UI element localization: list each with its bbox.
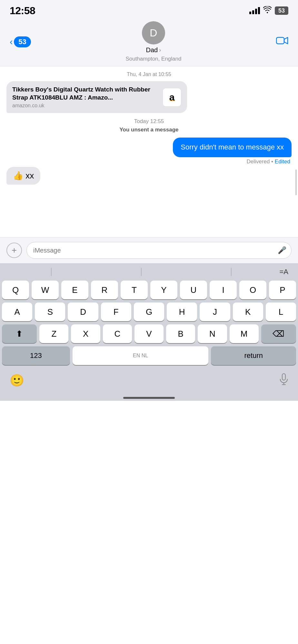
kb-row-4: 123 EN NL return bbox=[2, 346, 296, 365]
keyboard-rows: Q W E R T Y U I O P A S D F G H J K L ⬆ … bbox=[0, 279, 298, 369]
keyboard-format-button[interactable]: =A bbox=[276, 266, 292, 277]
received-thumbs-message: 👍 xx bbox=[6, 167, 292, 185]
nav-bar: ‹ 53 D Dad › Southampton, England bbox=[0, 17, 298, 66]
message-area: Thu, 4 Jan at 10:55 Tikkers Boy's Digita… bbox=[0, 66, 298, 237]
unsent-notice: You unsent a message bbox=[6, 127, 292, 133]
status-icons: 53 bbox=[249, 6, 288, 15]
key-h[interactable]: H bbox=[167, 303, 197, 321]
sent-bubble[interactable]: Sorry didn't mean to message xx bbox=[173, 138, 292, 157]
avatar: D bbox=[142, 21, 165, 44]
key-j[interactable]: J bbox=[200, 303, 230, 321]
old-date-label: Thu, 4 Jan at 10:55 bbox=[6, 72, 292, 77]
home-indicator bbox=[0, 394, 298, 401]
video-call-button[interactable] bbox=[276, 36, 288, 47]
message-status: Delivered • Edited bbox=[247, 159, 292, 165]
message-input-wrapper: 🎤 bbox=[26, 242, 292, 259]
dot-separator: • bbox=[271, 159, 275, 165]
status-bar: 12:58 53 bbox=[0, 0, 298, 17]
add-button[interactable]: + bbox=[6, 243, 22, 258]
status-time: 12:58 bbox=[10, 5, 35, 17]
add-icon: + bbox=[12, 245, 17, 255]
mic-icon[interactable]: 🎤 bbox=[278, 246, 286, 255]
key-d[interactable]: D bbox=[68, 303, 98, 321]
shift-key[interactable]: ⬆ bbox=[2, 324, 37, 343]
key-x[interactable]: X bbox=[71, 324, 100, 343]
kb-divider-2 bbox=[141, 268, 142, 276]
amazon-link-domain: amazon.co.uk bbox=[12, 103, 158, 109]
key-b[interactable]: B bbox=[166, 324, 195, 343]
return-key[interactable]: return bbox=[211, 346, 296, 365]
emoji-button[interactable]: 🙂 bbox=[10, 374, 24, 387]
input-area: + 🎤 bbox=[0, 237, 298, 263]
key-i[interactable]: I bbox=[210, 281, 237, 299]
kb-divider-1 bbox=[51, 268, 52, 276]
contact-location: Southampton, England bbox=[125, 56, 181, 62]
received-amazon-message: Tikkers Boy's Digital Quartz Watch with … bbox=[6, 81, 292, 113]
signal-bars-icon bbox=[249, 7, 260, 14]
space-key[interactable]: EN NL bbox=[73, 346, 209, 365]
kb-row-2: A S D F G H J K L bbox=[2, 303, 296, 321]
thumbs-bubble[interactable]: 👍 xx bbox=[6, 167, 40, 185]
key-p[interactable]: P bbox=[269, 281, 296, 299]
key-t[interactable]: T bbox=[121, 281, 148, 299]
edited-label: Edited bbox=[275, 159, 290, 165]
key-n[interactable]: N bbox=[198, 324, 227, 343]
back-chevron-icon: ‹ bbox=[10, 37, 13, 47]
amazon-link-title: Tikkers Boy's Digital Quartz Watch with … bbox=[12, 86, 158, 101]
home-bar bbox=[123, 397, 175, 399]
key-o[interactable]: O bbox=[239, 281, 266, 299]
key-v[interactable]: V bbox=[134, 324, 164, 343]
timestamp-label: Today 12:55 bbox=[6, 118, 292, 125]
keyboard-bottom-row: 🙂 bbox=[0, 369, 298, 394]
message-input[interactable] bbox=[26, 242, 292, 259]
kb-divider-3 bbox=[231, 268, 232, 276]
delivered-label: Delivered bbox=[247, 159, 270, 165]
key-m[interactable]: M bbox=[230, 324, 259, 343]
key-f[interactable]: F bbox=[101, 303, 131, 321]
contact-header[interactable]: D Dad › Southampton, England bbox=[125, 21, 181, 62]
key-k[interactable]: K bbox=[233, 303, 263, 321]
kb-row-1: Q W E R T Y U I O P bbox=[2, 281, 296, 299]
you-label: You bbox=[120, 127, 130, 133]
thumbs-text: 👍 xx bbox=[13, 171, 34, 181]
key-g[interactable]: G bbox=[134, 303, 164, 321]
keyboard-mic-button[interactable] bbox=[279, 373, 288, 387]
contact-chevron-icon: › bbox=[159, 47, 161, 53]
key-y[interactable]: Y bbox=[150, 281, 177, 299]
key-q[interactable]: Q bbox=[2, 281, 29, 299]
battery-icon: 53 bbox=[275, 6, 288, 15]
space-locale-label: EN NL bbox=[133, 353, 148, 359]
keyboard: =A Q W E R T Y U I O P A S D F G H J K L bbox=[0, 263, 298, 401]
back-badge[interactable]: 53 bbox=[14, 36, 31, 47]
key-c[interactable]: C bbox=[103, 324, 132, 343]
scrollbar[interactable] bbox=[295, 169, 297, 195]
key-z[interactable]: Z bbox=[39, 324, 68, 343]
amazon-link-text: Tikkers Boy's Digital Quartz Watch with … bbox=[12, 86, 158, 109]
kb-row-3: ⬆ Z X C V B N M ⌫ bbox=[2, 324, 296, 343]
key-l[interactable]: L bbox=[266, 303, 296, 321]
contact-name: Dad › bbox=[146, 46, 161, 54]
amazon-bubble[interactable]: Tikkers Boy's Digital Quartz Watch with … bbox=[6, 81, 187, 113]
keyboard-dividers bbox=[6, 268, 276, 276]
key-e[interactable]: E bbox=[61, 281, 88, 299]
svg-rect-1 bbox=[282, 374, 285, 380]
amazon-logo-icon: a ~~ bbox=[163, 88, 181, 107]
sent-message-text: Sorry didn't mean to message xx bbox=[181, 143, 284, 151]
backspace-key[interactable]: ⌫ bbox=[261, 324, 296, 343]
key-a[interactable]: A bbox=[2, 303, 32, 321]
key-s[interactable]: S bbox=[35, 303, 65, 321]
keyboard-top-bar: =A bbox=[0, 263, 298, 279]
key-w[interactable]: W bbox=[32, 281, 59, 299]
key-u[interactable]: U bbox=[180, 281, 207, 299]
back-button[interactable]: ‹ 53 bbox=[10, 36, 31, 47]
unsent-text: unsent a message bbox=[131, 127, 178, 133]
key-r[interactable]: R bbox=[91, 281, 118, 299]
numbers-key[interactable]: 123 bbox=[2, 346, 70, 365]
svg-rect-0 bbox=[276, 37, 284, 44]
sent-message-container: Sorry didn't mean to message xx Delivere… bbox=[6, 138, 292, 165]
wifi-icon bbox=[263, 6, 272, 15]
